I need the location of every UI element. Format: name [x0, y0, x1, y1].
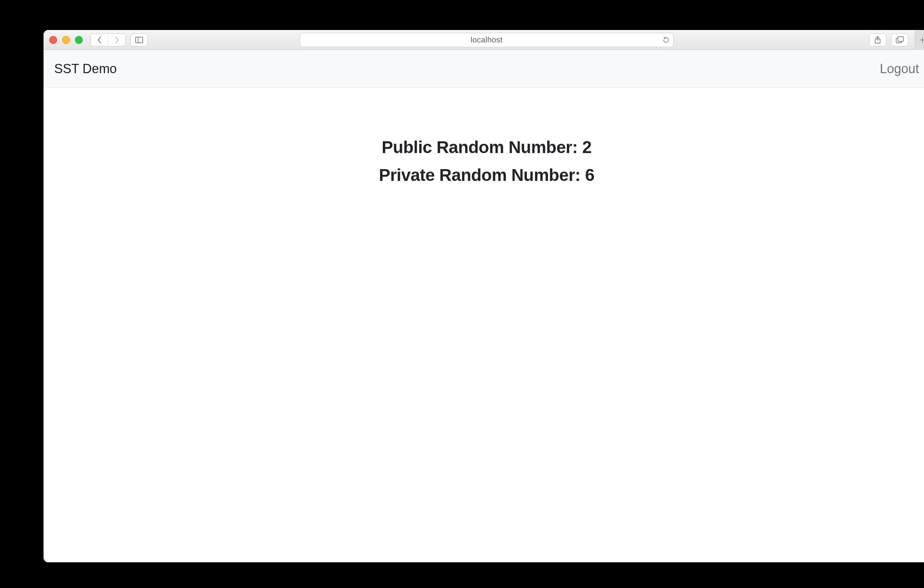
sidebar-toggle-button[interactable]	[130, 33, 148, 46]
forward-button[interactable]	[108, 34, 125, 46]
brand-link[interactable]: SST Demo	[54, 61, 117, 76]
public-number-row: Public Random Number: 2	[43, 136, 924, 159]
maximize-window-button[interactable]	[75, 36, 83, 44]
tabs-icon	[896, 36, 904, 43]
new-tab-button[interactable]	[915, 30, 924, 50]
minimize-window-button[interactable]	[62, 36, 70, 44]
chevron-right-icon	[114, 36, 120, 43]
private-number-label: Private Random Number:	[379, 165, 585, 185]
address-bar[interactable]: localhost	[300, 33, 673, 47]
back-button[interactable]	[91, 34, 108, 46]
sidebar-icon	[135, 37, 143, 43]
nav-back-forward	[91, 33, 125, 46]
share-icon	[874, 36, 881, 44]
plus-icon	[919, 37, 924, 43]
reload-button[interactable]	[663, 36, 670, 43]
browser-window: localhost	[43, 30, 924, 562]
window-controls	[49, 36, 83, 44]
share-button[interactable]	[869, 33, 886, 46]
public-number-label: Public Random Number:	[382, 138, 582, 157]
main-content: Public Random Number: 2 Private Random N…	[43, 88, 924, 562]
address-text: localhost	[470, 35, 503, 45]
private-number-row: Private Random Number: 6	[43, 164, 924, 186]
close-window-button[interactable]	[49, 36, 57, 44]
browser-title-bar: localhost	[43, 30, 924, 50]
chevron-left-icon	[97, 36, 102, 43]
private-number-value: 6	[585, 165, 594, 185]
logout-link[interactable]: Logout	[880, 61, 919, 76]
tabs-overview-button[interactable]	[891, 33, 908, 46]
reload-icon	[663, 36, 670, 43]
svg-rect-5	[898, 37, 903, 41]
public-number-value: 2	[582, 138, 591, 157]
app-navbar: SST Demo Logout	[43, 50, 924, 88]
page-content: SST Demo Logout Public Random Number: 2 …	[43, 50, 924, 562]
svg-rect-0	[135, 37, 143, 43]
